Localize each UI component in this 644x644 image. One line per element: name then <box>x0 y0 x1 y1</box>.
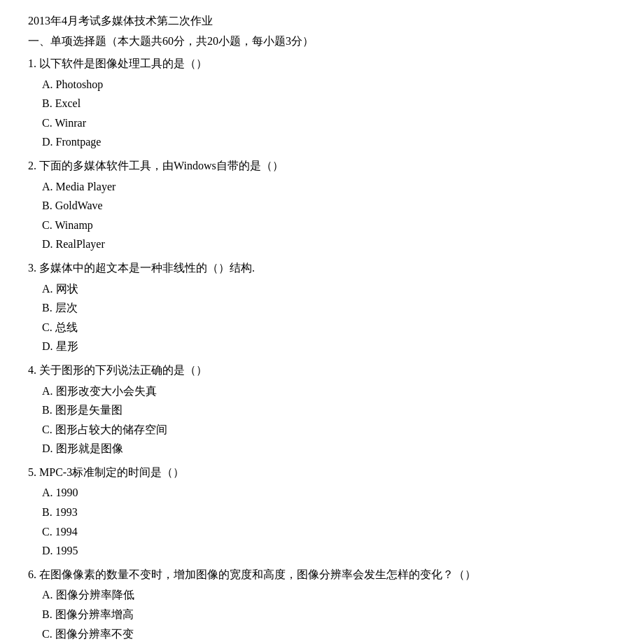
question-1-option-A: A. Photoshop <box>42 76 616 94</box>
question-block-3: 3. 多媒体中的超文本是一种非线性的（）结构.A. 网状B. 层次C. 总线D.… <box>28 259 616 356</box>
question-2-option-B: B. GoldWave <box>42 197 616 215</box>
question-2-option-D: D. RealPlayer <box>42 235 616 253</box>
question-4-option-C: C. 图形占较大的储存空间 <box>42 421 616 439</box>
question-6-option-A: A. 图像分辨率降低 <box>42 586 616 604</box>
question-1-option-D: D. Frontpage <box>42 133 616 151</box>
page-title: 2013年4月考试多媒体技术第二次作业 <box>28 14 616 29</box>
question-4-option-B: B. 图形是矢量图 <box>42 401 616 419</box>
question-5-option-D: D. 1995 <box>42 542 616 560</box>
question-6-option-B: B. 图像分辨率增高 <box>42 606 616 624</box>
question-block-5: 5. MPC-3标准制定的时间是（）A. 1990B. 1993C. 1994D… <box>28 463 616 560</box>
question-1-text: 1. 以下软件是图像处理工具的是（） <box>28 55 616 73</box>
question-6-text: 6. 在图像像素的数量不变时，增加图像的宽度和高度，图像分辨率会发生怎样的变化？… <box>28 566 616 584</box>
question-3-option-C: C. 总线 <box>42 318 616 337</box>
question-6-option-C: C. 图像分辨率不变 <box>42 625 616 643</box>
question-block-4: 4. 关于图形的下列说法正确的是（）A. 图形改变大小会失真B. 图形是矢量图C… <box>28 361 616 458</box>
question-3-text: 3. 多媒体中的超文本是一种非线性的（）结构. <box>28 259 616 277</box>
question-5-option-B: B. 1993 <box>42 503 616 522</box>
question-2-option-C: C. Winamp <box>42 216 616 234</box>
question-block-6: 6. 在图像像素的数量不变时，增加图像的宽度和高度，图像分辨率会发生怎样的变化？… <box>28 566 616 643</box>
question-5-option-A: A. 1990 <box>42 484 616 502</box>
question-2-text: 2. 下面的多媒体软件工具，由Windows自带的是（） <box>28 157 616 175</box>
question-block-2: 2. 下面的多媒体软件工具，由Windows自带的是（）A. Media Pla… <box>28 157 616 253</box>
question-1-option-C: C. Winrar <box>42 114 616 132</box>
question-1-option-B: B. Excel <box>42 94 616 113</box>
section-header: 一、单项选择题（本大题共60分，共20小题，每小题3分） <box>28 34 616 49</box>
question-4-option-A: A. 图形改变大小会失真 <box>42 382 616 400</box>
question-3-option-A: A. 网状 <box>42 280 616 298</box>
question-3-option-D: D. 星形 <box>42 337 616 356</box>
question-2-option-A: A. Media Player <box>42 178 616 196</box>
question-block-1: 1. 以下软件是图像处理工具的是（）A. PhotoshopB. ExcelC.… <box>28 55 616 151</box>
question-5-text: 5. MPC-3标准制定的时间是（） <box>28 463 616 482</box>
question-3-option-B: B. 层次 <box>42 299 616 317</box>
question-4-text: 4. 关于图形的下列说法正确的是（） <box>28 361 616 379</box>
question-5-option-C: C. 1994 <box>42 523 616 541</box>
question-4-option-D: D. 图形就是图像 <box>42 440 616 458</box>
